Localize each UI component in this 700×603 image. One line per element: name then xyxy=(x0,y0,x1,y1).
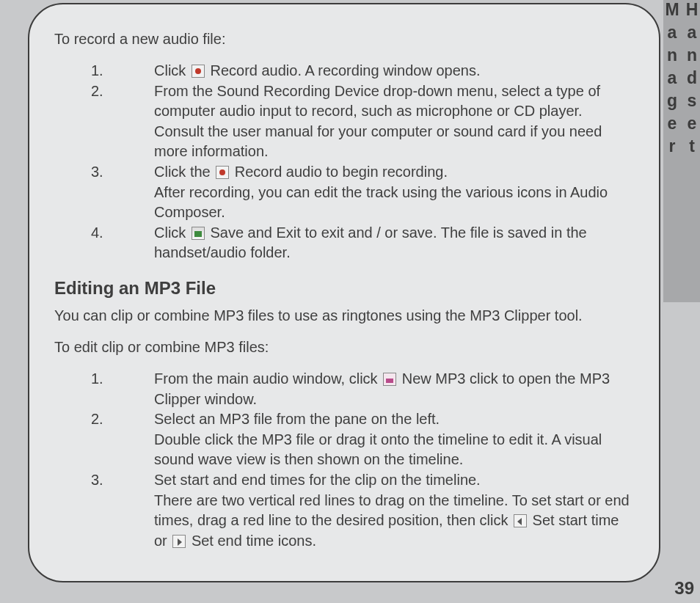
list-number: 1. xyxy=(91,369,154,390)
editing-mp3-paragraph: You can clip or combine MP3 files to use… xyxy=(54,306,634,326)
list-number: 1. xyxy=(91,61,154,81)
list-text: Click Save and Exit to exit and / or sav… xyxy=(154,223,634,263)
side-tab-label: Handset Manager xyxy=(662,0,700,302)
page-content: To record a new audio file: 1. Click Rec… xyxy=(28,3,660,582)
page-number: 39 xyxy=(674,578,694,599)
list-item: 4. Click Save and Exit to exit and / or … xyxy=(91,223,634,263)
list-number: 2. xyxy=(91,409,154,430)
edit-steps-list: 1. From the main audio window, click New… xyxy=(91,369,634,551)
mp3-icon xyxy=(383,373,396,386)
edit-intro: To edit clip or combine MP3 files: xyxy=(54,337,634,357)
list-number: 3. xyxy=(91,470,154,491)
list-text: From the Sound Recording Device drop-dow… xyxy=(154,81,634,162)
list-item: 3. Set start and end times for the clip … xyxy=(91,470,634,551)
record-intro: To record a new audio file: xyxy=(54,29,634,49)
record-steps-list: 1. Click Record audio. A recording windo… xyxy=(91,61,634,263)
list-item: 2. Select an MP3 file from the pane on t… xyxy=(91,409,634,470)
record-icon xyxy=(216,166,229,179)
record-icon xyxy=(192,65,205,78)
save-icon xyxy=(192,227,205,240)
editing-mp3-heading: Editing an MP3 File xyxy=(54,278,634,299)
list-item: 2. From the Sound Recording Device drop-… xyxy=(91,81,634,162)
list-item: 1. Click Record audio. A recording windo… xyxy=(91,61,634,81)
list-item: 1. From the main audio window, click New… xyxy=(91,369,634,409)
list-number: 2. xyxy=(91,81,154,102)
list-text: Set start and end times for the clip on … xyxy=(154,470,634,551)
list-number: 4. xyxy=(91,223,154,244)
list-text: Click the Record audio to begin recordin… xyxy=(154,162,634,223)
list-text: Select an MP3 file from the pane on the … xyxy=(154,409,634,470)
set-start-icon xyxy=(514,514,527,527)
list-number: 3. xyxy=(91,162,154,183)
list-text: Click Record audio. A recording window o… xyxy=(154,61,634,81)
set-end-icon xyxy=(172,535,186,548)
list-item: 3. Click the Record audio to begin recor… xyxy=(91,162,634,223)
side-tab: Handset Manager xyxy=(663,0,700,302)
list-text: From the main audio window, click New MP… xyxy=(154,369,634,409)
